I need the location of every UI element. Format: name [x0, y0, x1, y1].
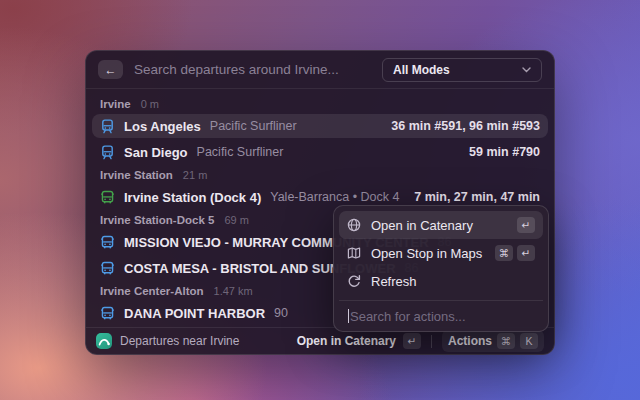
- return-key-badge: ↵: [403, 333, 421, 349]
- section-title: Irvine: [100, 97, 131, 111]
- refresh-icon: [347, 274, 361, 288]
- actions-search: [339, 300, 543, 331]
- menu-item-open-stop-in-maps[interactable]: Open Stop in Maps ⌘ ↵: [339, 239, 543, 267]
- section-header: Irvine 0 m: [100, 97, 540, 111]
- footer-app-label: Departures near Irvine: [120, 334, 239, 348]
- menu-item-label: Open in Catenary: [371, 218, 473, 233]
- section-title: Irvine Center-Alton: [100, 284, 204, 298]
- mode-filter-value: All Modes: [393, 63, 450, 77]
- actions-label: Actions: [448, 334, 492, 348]
- bus-icon: [100, 190, 115, 205]
- command-key-badge: ⌘: [495, 245, 513, 261]
- back-button[interactable]: ←: [98, 60, 123, 79]
- search-bar: ← All Modes: [86, 51, 554, 89]
- bus-icon: [100, 235, 115, 250]
- row-title: Irvine Station (Dock 4): [124, 190, 261, 205]
- actions-search-input[interactable]: [350, 309, 534, 324]
- section-distance: 0 m: [141, 97, 159, 111]
- k-key-badge: K: [520, 333, 538, 349]
- row-subtitle: 90: [274, 306, 288, 320]
- row-accessory: 36 min #591, 96 min #593: [391, 119, 540, 133]
- footer-primary-action[interactable]: Open in Catenary: [297, 334, 396, 348]
- bus-icon: [100, 306, 115, 321]
- menu-item-label: Open Stop in Maps: [371, 246, 482, 261]
- list-item-san-diego[interactable]: San Diego Pacific Surfliner 59 min #790: [92, 140, 548, 164]
- globe-icon: [347, 218, 361, 232]
- menu-item-open-in-catenary[interactable]: Open in Catenary ↵: [339, 211, 543, 239]
- menu-item-label: Refresh: [371, 274, 417, 289]
- row-title: San Diego: [124, 145, 188, 160]
- back-arrow-icon: ←: [105, 63, 117, 77]
- search-input[interactable]: [134, 62, 382, 77]
- section-title: Irvine Station: [100, 168, 173, 182]
- actions-button[interactable]: Actions ⌘ K: [442, 330, 544, 352]
- train-icon: [100, 119, 115, 134]
- row-title: Los Angeles: [124, 119, 201, 134]
- actions-menu: Open in Catenary ↵ Open Stop in Maps ⌘ ↵…: [333, 205, 549, 332]
- section-distance: 69 m: [224, 213, 248, 227]
- row-accessory: 59 min #790: [469, 145, 540, 159]
- row-accessory: 7 min, 27 min, 47 min: [414, 190, 540, 204]
- map-icon: [347, 246, 361, 260]
- text-caret: [348, 309, 349, 323]
- mode-filter-dropdown[interactable]: All Modes: [382, 58, 542, 82]
- catenary-app-icon: [96, 333, 112, 349]
- row-subtitle: Pacific Surfliner: [210, 119, 297, 133]
- section-title: Irvine Station-Dock 5: [100, 213, 214, 227]
- row-title: DANA POINT HARBOR: [124, 306, 265, 321]
- row-subtitle: Pacific Surfliner: [197, 145, 284, 159]
- section-distance: 1.47 km: [214, 284, 253, 298]
- list-item-los-angeles[interactable]: Los Angeles Pacific Surfliner 36 min #59…: [92, 114, 548, 138]
- row-subtitle: Yale-Barranca • Dock 4: [270, 190, 399, 204]
- section-distance: 21 m: [183, 168, 207, 182]
- footer-divider: [431, 335, 432, 348]
- menu-item-refresh[interactable]: Refresh: [339, 267, 543, 295]
- section-header: Irvine Station 21 m: [100, 168, 540, 182]
- bus-icon: [100, 261, 115, 276]
- return-key-badge: ↵: [517, 217, 535, 233]
- command-key-badge: ⌘: [497, 333, 515, 349]
- chevron-down-icon: [522, 67, 531, 73]
- train-icon: [100, 145, 115, 160]
- return-key-badge: ↵: [517, 245, 535, 261]
